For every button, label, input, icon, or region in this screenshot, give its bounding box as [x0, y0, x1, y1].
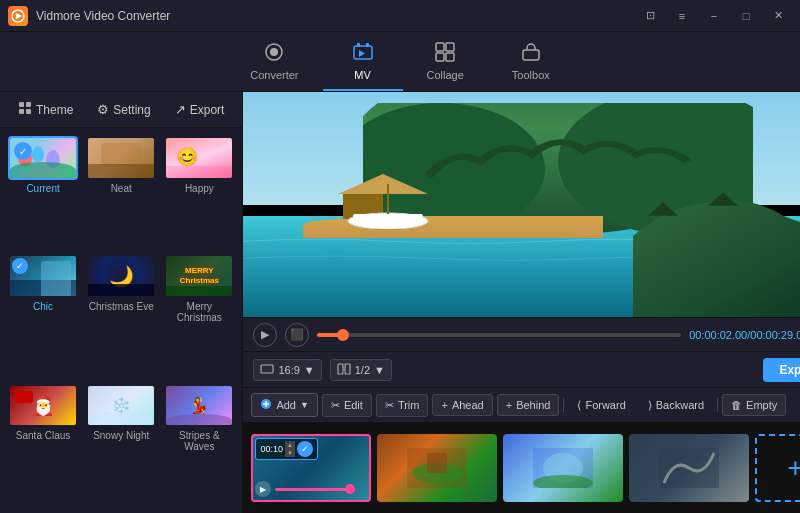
timeline-add-button[interactable]: + — [755, 434, 800, 502]
theme-thumb-stripes-waves: 💃 — [164, 384, 234, 428]
menu-button[interactable]: ≡ — [668, 6, 696, 26]
export-panel-label: Export — [190, 103, 225, 117]
video-controls: ▶ ⬛ 00:00:02.00/00:00:29.00 🔊 — [243, 317, 800, 351]
timeline-item-3[interactable] — [503, 434, 623, 502]
timeline-thumb-3 — [503, 434, 623, 502]
theme-item-stripes-waves[interactable]: 💃 Stripes & Waves — [164, 384, 234, 505]
split-select[interactable]: 1/2 ▼ — [330, 359, 392, 381]
theme-label-christmas-eve: Christmas Eve — [89, 301, 154, 312]
svg-point-3 — [270, 48, 278, 56]
svg-rect-7 — [436, 43, 444, 51]
ahead-button[interactable]: + Ahead — [432, 394, 492, 416]
aspect-ratio-chevron: ▼ — [304, 364, 315, 376]
svg-rect-15 — [26, 109, 31, 114]
title-bar: Vidmore Video Converter ⊡ ≡ − □ ✕ — [0, 0, 800, 32]
clip-progress — [275, 488, 350, 491]
converter-icon — [263, 41, 285, 66]
video-bottom-left: 16:9 ▼ 1/2 ▼ — [253, 359, 392, 381]
timeline-item-1[interactable]: 00:10 ▲ ▼ ✓ ▶ — [251, 434, 371, 502]
chat-button[interactable]: ⊡ — [636, 6, 664, 26]
spin-down[interactable]: ▼ — [285, 449, 295, 457]
tropical-scene — [243, 92, 800, 317]
backward-icon: ⟩ — [648, 399, 652, 412]
empty-button[interactable]: 🗑 Empty — [722, 394, 786, 416]
export-button[interactable]: Export — [763, 358, 800, 382]
trim-button[interactable]: ✂ Trim — [376, 394, 429, 417]
toolbar-divider-2 — [717, 398, 718, 412]
theme-item-chic[interactable]: ✓ Chic — [8, 254, 78, 375]
stop-button[interactable]: ⬛ — [285, 323, 309, 347]
theme-label-merry-christmas: Merry Christmas — [164, 301, 234, 323]
timeline-item-4[interactable] — [629, 434, 749, 502]
aspect-ratio-select[interactable]: 16:9 ▼ — [253, 359, 321, 381]
svg-rect-27 — [345, 364, 350, 374]
split-icon — [337, 362, 351, 378]
timeline-thumb-2 — [377, 434, 497, 502]
trim-label: Trim — [398, 399, 420, 411]
spin-buttons: ▲ ▼ — [285, 441, 295, 457]
progress-bar[interactable] — [317, 333, 681, 337]
split-value: 1/2 — [355, 364, 370, 376]
forward-label: Forward — [585, 399, 625, 411]
video-preview — [243, 92, 800, 317]
close-button[interactable]: ✕ — [764, 6, 792, 26]
theme-item-neat[interactable]: Neat — [86, 136, 156, 246]
theme-thumb-current: ✓ — [8, 136, 78, 180]
theme-item-snowy-night[interactable]: ❄️ Snowy Night — [86, 384, 156, 505]
nav-tabs: Converter MV Collage — [0, 32, 800, 92]
ahead-icon: + — [441, 399, 447, 411]
spin-up[interactable]: ▲ — [285, 441, 295, 449]
behind-button[interactable]: + Behind — [497, 394, 560, 416]
setting-icon: ⚙ — [97, 102, 109, 117]
edit-button[interactable]: ✂ Edit — [322, 394, 372, 417]
toolbox-icon — [520, 41, 542, 66]
timeline-item-2[interactable] — [377, 434, 497, 502]
tab-collage[interactable]: Collage — [403, 35, 488, 91]
add-button[interactable]: Add ▼ — [251, 393, 318, 417]
svg-rect-5 — [357, 43, 360, 47]
timeline-thumb-1: 00:10 ▲ ▼ ✓ ▶ — [251, 434, 371, 502]
svg-marker-1 — [16, 13, 22, 19]
backward-button[interactable]: ⟩ Backward — [639, 394, 713, 417]
collage-tab-label: Collage — [427, 69, 464, 81]
theme-button[interactable]: Theme — [8, 97, 83, 122]
right-panel: ▶ ⬛ 00:00:02.00/00:00:29.00 🔊 16:9 — [243, 92, 800, 513]
theme-item-merry-christmas[interactable]: MERRYChristmas Merry Christmas — [164, 254, 234, 375]
forward-icon: ⟨ — [577, 399, 581, 412]
progress-thumb[interactable] — [337, 329, 349, 341]
minimize-button[interactable]: − — [700, 6, 728, 26]
toolbox-tab-label: Toolbox — [512, 69, 550, 81]
title-bar-controls: ⊡ ≡ − □ ✕ — [636, 6, 792, 26]
theme-check-current: ✓ — [14, 142, 32, 160]
svg-rect-23 — [353, 214, 423, 224]
svg-rect-10 — [446, 53, 454, 61]
theme-label-current: Current — [26, 183, 59, 194]
theme-item-happy[interactable]: 😊 Happy — [164, 136, 234, 246]
setting-label: Setting — [113, 103, 150, 117]
setting-button[interactable]: ⚙ Setting — [87, 98, 160, 121]
theme-label-neat: Neat — [111, 183, 132, 194]
trim-icon: ✂ — [385, 399, 394, 412]
theme-thumb-snowy-night: ❄️ — [86, 384, 156, 428]
maximize-button[interactable]: □ — [732, 6, 760, 26]
clip-progress-dot — [345, 484, 355, 494]
clip-play-button[interactable]: ▶ — [255, 481, 271, 497]
behind-label: Behind — [516, 399, 550, 411]
tab-converter[interactable]: Converter — [226, 35, 322, 91]
tab-toolbox[interactable]: Toolbox — [488, 35, 574, 91]
theme-item-current[interactable]: ✓ Current — [8, 136, 78, 246]
theme-item-santa-claus[interactable]: 🎅 Santa Claus — [8, 384, 78, 505]
tab-mv[interactable]: MV — [323, 35, 403, 91]
aspect-ratio-value: 16:9 — [278, 364, 299, 376]
converter-tab-label: Converter — [250, 69, 298, 81]
export-panel-button[interactable]: ↗ Export — [165, 98, 235, 121]
forward-button[interactable]: ⟨ Forward — [568, 394, 634, 417]
svg-rect-13 — [26, 102, 31, 107]
play-button[interactable]: ▶ — [253, 323, 277, 347]
clip-controls: ▶ — [255, 481, 350, 497]
time-confirm-button[interactable]: ✓ — [297, 441, 313, 457]
theme-thumb-santa-claus: 🎅 — [8, 384, 78, 428]
theme-item-christmas-eve[interactable]: 🌙 Christmas Eve — [86, 254, 156, 375]
theme-thumb-christmas-eve: 🌙 — [86, 254, 156, 298]
theme-label-chic: Chic — [33, 301, 53, 312]
